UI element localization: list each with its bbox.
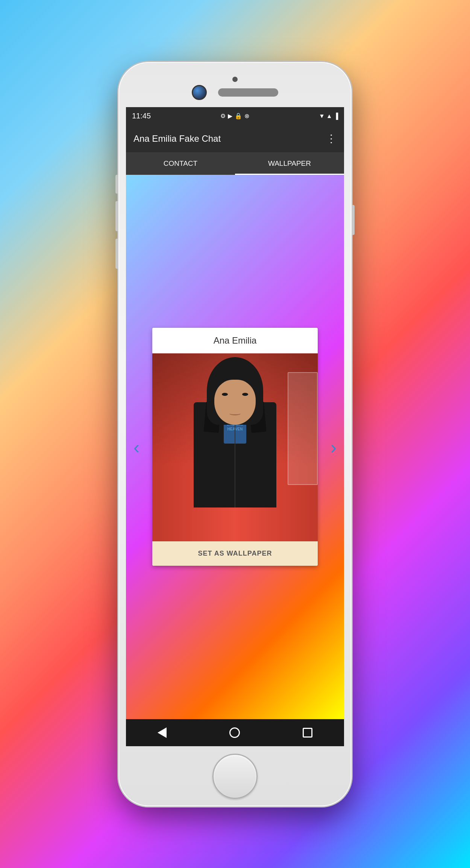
content-area: ‹ Ana Emilia <box>126 175 344 719</box>
sensor-dot <box>232 77 238 82</box>
physical-home-button[interactable] <box>212 754 258 799</box>
status-time: 11:45 <box>132 112 151 120</box>
phone-bottom-area <box>118 746 352 806</box>
carousel-left-arrow[interactable]: ‹ <box>133 436 139 457</box>
settings-status-icon: ⚙ <box>220 112 226 120</box>
signal-icon: ▲ <box>326 113 332 120</box>
app-title: Ana Emilia Fake Chat <box>133 133 221 144</box>
status-icons-left: ⚙ ▶ 🔒 ⊗ <box>220 112 249 120</box>
front-camera <box>192 85 207 100</box>
lock-status-icon: 🔒 <box>235 112 242 120</box>
phone-screen: 11:45 ⚙ ▶ 🔒 ⊗ ▼ ▲ ▐ Ana Emilia Fake Chat… <box>126 107 344 746</box>
earpiece-speaker <box>218 88 278 97</box>
volume-down-button[interactable] <box>115 239 118 269</box>
tab-wallpaper[interactable]: WALLPAPER <box>235 152 344 175</box>
contact-photo: DREAMSHEAVEN <box>152 353 318 541</box>
power-button[interactable] <box>352 205 355 235</box>
back-button[interactable] <box>158 727 167 738</box>
carousel-right-arrow[interactable]: › <box>331 436 337 457</box>
wallpaper-card: Ana Emilia <box>152 328 318 566</box>
status-icons-right: ▼ ▲ ▐ <box>319 113 338 120</box>
set-wallpaper-button[interactable]: SET AS WALLPAPER <box>198 550 272 557</box>
phone-device: 11:45 ⚙ ▶ 🔒 ⊗ ▼ ▲ ▐ Ana Emilia Fake Chat… <box>118 62 352 806</box>
card-footer[interactable]: SET AS WALLPAPER <box>152 541 318 566</box>
bottom-nav <box>126 719 344 746</box>
contact-name: Ana Emilia <box>214 335 257 345</box>
more-options-icon[interactable]: ⋮ <box>326 132 337 145</box>
app-bar: Ana Emilia Fake Chat ⋮ <box>126 125 344 152</box>
blocked-status-icon: ⊗ <box>244 112 249 120</box>
volume-up-button[interactable] <box>115 201 118 231</box>
card-header: Ana Emilia <box>152 328 318 353</box>
tabs-bar: CONTACT WALLPAPER <box>126 152 344 175</box>
status-bar: 11:45 ⚙ ▶ 🔒 ⊗ ▼ ▲ ▐ <box>126 107 344 125</box>
tab-contact[interactable]: CONTACT <box>126 152 235 175</box>
mute-button[interactable] <box>115 175 118 194</box>
home-button-nav[interactable] <box>229 727 240 738</box>
play-status-icon: ▶ <box>228 112 232 120</box>
phone-top-bar <box>118 62 352 107</box>
wifi-icon: ▼ <box>319 113 325 120</box>
battery-icon: ▐ <box>334 113 338 120</box>
recents-button[interactable] <box>303 728 312 738</box>
